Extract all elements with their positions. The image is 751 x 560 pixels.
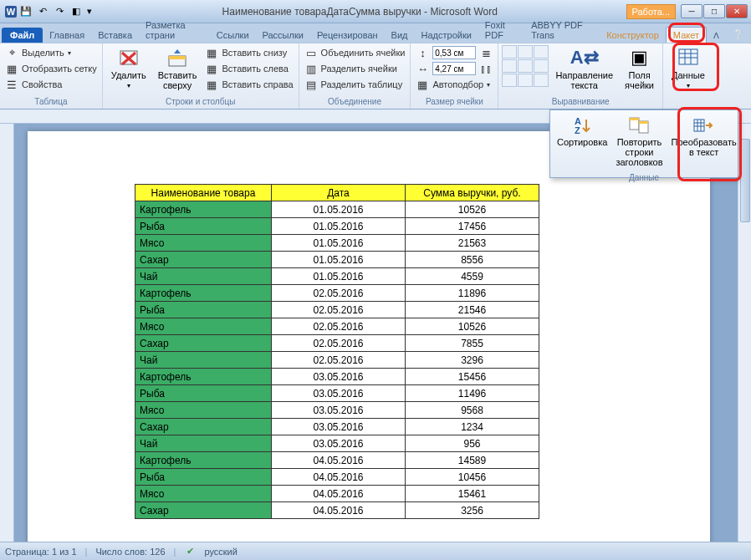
file-tab[interactable]: Файл [2, 28, 43, 43]
table-cell[interactable]: 02.05.2016 [272, 352, 406, 369]
split-table-button[interactable]: ▤Разделить таблицу [303, 77, 407, 92]
data-button[interactable]: Данные▾ [667, 45, 710, 91]
word-app-icon[interactable]: W [3, 4, 18, 19]
select-button[interactable]: ⌖Выделить ▾ [3, 45, 99, 60]
table-row[interactable]: Мясо03.05.20169568 [135, 402, 539, 419]
insert-right-button[interactable]: ▦Вставить справа [203, 77, 294, 92]
repeat-header-button[interactable]: Повторить строки заголовков [612, 114, 666, 169]
table-cell[interactable]: Мясо [135, 318, 272, 335]
table-cell[interactable]: 9568 [406, 402, 539, 419]
table-row[interactable]: Сахар04.05.20163256 [135, 502, 539, 519]
table-row[interactable]: Сахар02.05.20167855 [135, 335, 539, 352]
table-row[interactable]: Картофель04.05.201614589 [135, 452, 539, 469]
table-row[interactable]: Чай02.05.20163296 [135, 352, 539, 369]
document-page[interactable]: Наименование товараДатаСумма выручки, ру… [28, 131, 710, 560]
save-icon[interactable]: 💾 [18, 4, 33, 19]
col-width-input[interactable]: ↔⫿⫿ [414, 61, 494, 76]
table-cell[interactable]: 02.05.2016 [272, 318, 406, 335]
qat-icon[interactable]: ◧ [69, 4, 84, 19]
table-cell[interactable]: Картофель [135, 201, 272, 218]
table-cell[interactable]: 21546 [406, 302, 539, 318]
table-cell[interactable]: 11496 [406, 385, 539, 402]
align-mr[interactable] [534, 59, 549, 73]
tab-mailings[interactable]: Рассылки [256, 28, 310, 43]
table-row[interactable]: Мясо01.05.201621563 [135, 235, 539, 252]
scrollbar-thumb[interactable] [740, 139, 750, 222]
table-cell[interactable]: Сахар [135, 419, 272, 435]
table-cell[interactable]: Чай [135, 352, 272, 369]
tab-abbyy[interactable]: ABBYY PDF Trans [524, 18, 600, 43]
insert-above-button[interactable]: Вставить сверху [153, 45, 202, 92]
table-cell[interactable]: 04.05.2016 [272, 502, 406, 519]
status-words[interactable]: Число слов: 126 [95, 547, 165, 557]
table-cell[interactable]: 17456 [406, 218, 539, 235]
table-cell[interactable]: 01.05.2016 [272, 235, 406, 252]
table-cell[interactable]: Рыба [135, 302, 272, 318]
table-cell[interactable]: 15461 [406, 486, 539, 502]
table-header[interactable]: Наименование товара [135, 185, 272, 201]
vertical-scrollbar[interactable] [738, 124, 751, 542]
table-cell[interactable]: 01.05.2016 [272, 252, 406, 268]
table-cell[interactable]: 02.05.2016 [272, 302, 406, 318]
table-cell[interactable]: Сахар [135, 252, 272, 268]
table-row[interactable]: Рыба02.05.201621546 [135, 302, 539, 318]
table-cell[interactable]: Чай [135, 268, 272, 285]
qat-dropdown-icon[interactable]: ▾ [85, 4, 94, 19]
status-language[interactable]: русский [204, 547, 237, 557]
cell-margins-button[interactable]: ▣ Поля ячейки [620, 45, 659, 92]
align-ml[interactable] [502, 59, 517, 73]
minimize-button[interactable]: ─ [681, 4, 702, 18]
table-cell[interactable]: 04.05.2016 [272, 452, 406, 469]
table-cell[interactable]: 8556 [406, 252, 539, 268]
align-mc[interactable] [518, 59, 533, 73]
table-cell[interactable]: Картофель [135, 452, 272, 469]
status-page[interactable]: Страница: 1 из 1 [5, 547, 77, 557]
table-cell[interactable]: 01.05.2016 [272, 268, 406, 285]
tab-references[interactable]: Ссылки [210, 28, 256, 43]
table-cell[interactable]: 7855 [406, 335, 539, 352]
sort-button[interactable]: AZ Сортировка [554, 114, 611, 169]
table-row[interactable]: Сахар01.05.20168556 [135, 252, 539, 268]
table-row[interactable]: Картофель02.05.201611896 [135, 285, 539, 302]
align-bc[interactable] [518, 74, 533, 87]
table-row[interactable]: Рыба01.05.201617456 [135, 218, 539, 235]
tab-insert[interactable]: Вставка [91, 28, 139, 43]
help-icon[interactable]: ❔ [726, 27, 751, 43]
align-tr[interactable] [534, 45, 549, 59]
table-row[interactable]: Рыба04.05.201610456 [135, 469, 539, 486]
table-cell[interactable]: Рыба [135, 385, 272, 402]
insert-left-button[interactable]: ▦Вставить слева [203, 61, 294, 76]
table-cell[interactable]: 03.05.2016 [272, 369, 406, 385]
table-cell[interactable]: Чай [135, 435, 272, 452]
show-grid-button[interactable]: ▦Отобразить сетку [3, 61, 99, 76]
vertical-ruler[interactable] [0, 124, 14, 542]
table-cell[interactable]: Картофель [135, 285, 272, 302]
tab-view[interactable]: Вид [385, 28, 415, 43]
table-cell[interactable]: 1234 [406, 419, 539, 435]
split-cells-button[interactable]: ▥Разделить ячейки [303, 61, 407, 76]
table-row[interactable]: Мясо02.05.201610526 [135, 318, 539, 335]
redo-icon[interactable]: ↷ [52, 4, 67, 19]
convert-to-text-button[interactable]: Преобразовать в текст [668, 114, 740, 169]
distribute-rows-icon[interactable]: ≣ [479, 46, 493, 59]
table-cell[interactable]: Картофель [135, 369, 272, 385]
table-cell[interactable]: Мясо [135, 235, 272, 252]
insert-below-button[interactable]: ▦Вставить снизу [203, 45, 294, 60]
table-cell[interactable]: Мясо [135, 486, 272, 502]
table-row[interactable]: Сахар03.05.20161234 [135, 419, 539, 435]
table-header[interactable]: Сумма выручки, руб. [406, 185, 539, 201]
close-button[interactable]: ✕ [726, 4, 748, 18]
table-cell[interactable]: Рыба [135, 469, 272, 486]
tab-pagelayout[interactable]: Разметка страни [139, 18, 210, 43]
minimize-ribbon-icon[interactable]: ᐱ [707, 28, 726, 43]
table-cell[interactable]: 02.05.2016 [272, 285, 406, 302]
table-cell[interactable]: 956 [406, 435, 539, 452]
table-cell[interactable]: 3296 [406, 352, 539, 369]
align-bl[interactable] [502, 74, 517, 87]
properties-button[interactable]: ☰Свойства [3, 77, 99, 92]
table-cell[interactable]: 03.05.2016 [272, 385, 406, 402]
table-header[interactable]: Дата [272, 185, 406, 201]
align-tc[interactable] [518, 45, 533, 59]
table-cell[interactable]: 04.05.2016 [272, 486, 406, 502]
table-cell[interactable]: 04.05.2016 [272, 469, 406, 486]
